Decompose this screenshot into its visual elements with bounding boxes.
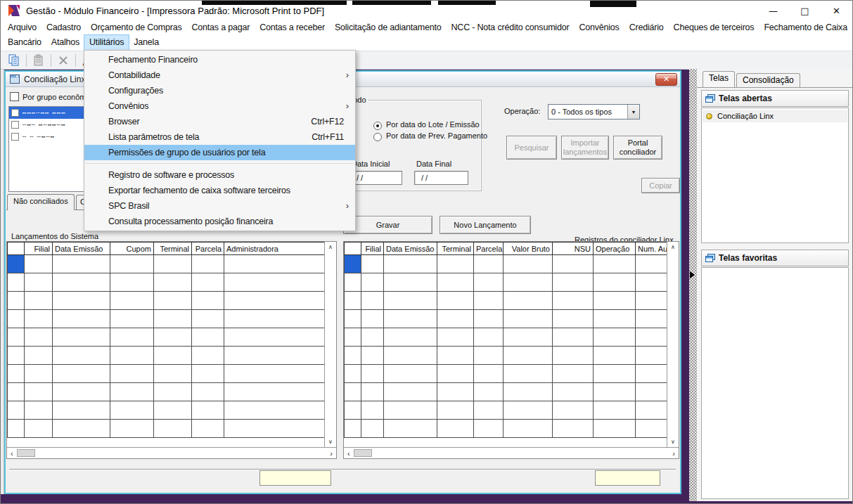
data-inicial-input[interactable]: / / bbox=[349, 171, 402, 185]
menubar-item[interactable]: Atalhos bbox=[46, 35, 84, 50]
telas-abertas-header[interactable]: Telas abertas bbox=[701, 90, 849, 107]
telas-favoritas-list[interactable] bbox=[701, 267, 849, 499]
menu-item[interactable]: Permissões de grupo de usuários por tela bbox=[84, 145, 355, 160]
menu-item[interactable]: Consulta processamento posição financeir… bbox=[84, 214, 355, 229]
menu-item[interactable]: BrowserCtrl+F12 bbox=[84, 114, 355, 129]
grid-row[interactable] bbox=[345, 292, 667, 310]
importar-lancamentos-button[interactable]: Importar lançamentos bbox=[561, 136, 609, 160]
checkbox-box[interactable] bbox=[11, 109, 19, 117]
menubar-item[interactable]: Bancário bbox=[3, 35, 46, 50]
close-button[interactable]: ✕ bbox=[821, 1, 852, 20]
vertical-scrollbar[interactable]: ∧∨ bbox=[324, 242, 336, 447]
grid-header-cell[interactable] bbox=[345, 243, 361, 255]
grid-row[interactable] bbox=[345, 347, 667, 365]
copiar-button[interactable]: Copiar bbox=[641, 178, 680, 193]
grid-row[interactable] bbox=[345, 273, 667, 292]
menu-item[interactable]: Fechamento Financeiro bbox=[84, 52, 355, 67]
registros-conciliador-grid[interactable]: FilialData EmissãoTerminalParcelaValor B… bbox=[343, 241, 679, 459]
pesquisar-button[interactable]: Pesquisar bbox=[506, 136, 557, 160]
scroll-up-icon[interactable]: ∧ bbox=[328, 244, 333, 250]
left-total-field[interactable] bbox=[259, 470, 331, 486]
sidebar-tab-consolidacao[interactable]: Consolidação bbox=[736, 73, 800, 87]
grid-row[interactable] bbox=[8, 383, 325, 401]
menubar-item[interactable]: Janela bbox=[129, 35, 164, 50]
grid-header-cell[interactable]: Cupom bbox=[110, 243, 154, 255]
menubar-item[interactable]: Solicitação de adiantamento bbox=[330, 20, 447, 35]
menubar-item[interactable]: Contas a receber bbox=[255, 20, 330, 35]
grid-row[interactable] bbox=[345, 255, 667, 273]
sidebar-tab-telas[interactable]: Telas bbox=[703, 71, 735, 87]
scroll-up-icon[interactable]: ∧ bbox=[671, 244, 675, 250]
grid-row[interactable] bbox=[8, 255, 325, 273]
open-screen-item[interactable]: Conciliação Linx bbox=[703, 110, 847, 122]
grid-row[interactable] bbox=[8, 273, 325, 292]
grid-row[interactable] bbox=[345, 365, 667, 383]
grid-header-cell[interactable]: Terminal bbox=[154, 243, 192, 255]
grid-row[interactable] bbox=[345, 328, 667, 347]
scrollbar-thumb[interactable] bbox=[17, 449, 35, 457]
portal-conciliador-button[interactable]: Portal conciliador bbox=[613, 136, 662, 160]
sidebar-splitter[interactable] bbox=[689, 69, 697, 501]
lancamentos-sistema-grid[interactable]: FilialData EmissãoCupomTerminalParcelaAd… bbox=[6, 241, 337, 459]
gravar-button[interactable]: Gravar bbox=[343, 216, 432, 234]
scrollbar-thumb[interactable] bbox=[354, 449, 372, 457]
grid-row[interactable] bbox=[345, 401, 667, 420]
grid-row[interactable] bbox=[345, 310, 667, 328]
scroll-down-icon[interactable]: ∨ bbox=[671, 439, 675, 445]
splitter-collapse-arrow-icon[interactable] bbox=[690, 271, 695, 278]
horizontal-scrollbar[interactable]: ‹› bbox=[7, 447, 336, 458]
child-close-button[interactable]: ✕ bbox=[655, 73, 677, 86]
menu-item[interactable]: Exportar fechamento de caixa software te… bbox=[84, 183, 355, 198]
scroll-right-icon[interactable]: › bbox=[330, 449, 333, 458]
menu-item[interactable]: Registro de software e processos bbox=[84, 167, 355, 183]
grid-header-cell[interactable]: Valor Bruto bbox=[504, 243, 553, 255]
telas-abertas-list[interactable]: Conciliação Linx bbox=[701, 108, 849, 243]
grid-header-cell[interactable] bbox=[8, 243, 25, 255]
grid-row[interactable] bbox=[8, 310, 325, 328]
radio-por-data-prev[interactable] bbox=[373, 133, 382, 141]
scroll-down-icon[interactable]: ∨ bbox=[328, 439, 333, 445]
checkbox-box[interactable] bbox=[11, 121, 19, 129]
menu-item[interactable]: SPC Brasil› bbox=[84, 198, 355, 214]
copy-icon[interactable] bbox=[6, 53, 22, 67]
grid-row[interactable] bbox=[8, 420, 325, 438]
grid-row[interactable] bbox=[345, 383, 667, 401]
grid-row[interactable] bbox=[8, 347, 325, 365]
menubar-item[interactable]: Fechamento de Caixa bbox=[759, 20, 852, 35]
grid-row[interactable] bbox=[8, 365, 325, 383]
grid-header-cell[interactable]: Parcela bbox=[474, 243, 504, 255]
minimize-button[interactable]: — bbox=[757, 1, 789, 20]
grid-row[interactable] bbox=[8, 401, 325, 420]
menubar-item[interactable]: NCC - Nota crédito consumidor bbox=[447, 20, 575, 35]
menubar-item[interactable]: Contas a pagar bbox=[187, 20, 255, 35]
horizontal-scrollbar[interactable]: ‹› bbox=[344, 447, 679, 458]
grid-header-cell[interactable]: Operação bbox=[594, 243, 636, 255]
grid-header-cell[interactable]: Administradora bbox=[224, 243, 325, 255]
grid-header-cell[interactable]: Parcela bbox=[192, 243, 224, 255]
grid-header-cell[interactable]: Data Emissão bbox=[53, 243, 110, 255]
menubar-item[interactable]: Utilitários bbox=[84, 35, 129, 50]
vertical-scrollbar[interactable]: ∧∨ bbox=[667, 242, 679, 447]
menu-item[interactable]: Contabilidade› bbox=[84, 67, 355, 83]
maximize-button[interactable]: □ bbox=[789, 1, 821, 20]
grid-row[interactable] bbox=[8, 328, 325, 347]
checkbox-box[interactable] bbox=[11, 133, 19, 141]
grid-header-cell[interactable]: Data Emissão bbox=[384, 243, 437, 255]
data-final-input[interactable]: / / bbox=[414, 171, 468, 185]
menubar-item[interactable]: Arquivo bbox=[3, 20, 41, 35]
scroll-left-icon[interactable]: ‹ bbox=[347, 449, 350, 458]
menubar-item[interactable]: Cheques de terceiros bbox=[669, 20, 759, 35]
grid-header-cell[interactable]: Filial bbox=[25, 243, 53, 255]
checkbox-box[interactable] bbox=[10, 92, 19, 101]
grid-header-cell[interactable]: Num. Aut bbox=[636, 243, 667, 255]
tab-nao-conciliados[interactable]: Não conciliados bbox=[7, 194, 75, 210]
telas-favoritas-header[interactable]: Telas favoritas bbox=[701, 250, 849, 266]
menu-item[interactable]: Lista parâmetros de telaCtrl+F11 bbox=[84, 129, 355, 145]
scroll-right-icon[interactable]: › bbox=[672, 449, 675, 458]
menubar-item[interactable]: Orçamento de Compras bbox=[86, 20, 186, 35]
menubar-item[interactable]: Convênios bbox=[574, 20, 624, 35]
menu-item[interactable]: Convênios› bbox=[84, 98, 355, 114]
menu-item[interactable]: Configurações bbox=[84, 83, 355, 98]
grid-header-cell[interactable]: Terminal bbox=[437, 243, 474, 255]
operacao-combobox[interactable]: 0 - Todos os tipos ▼ bbox=[548, 104, 640, 119]
